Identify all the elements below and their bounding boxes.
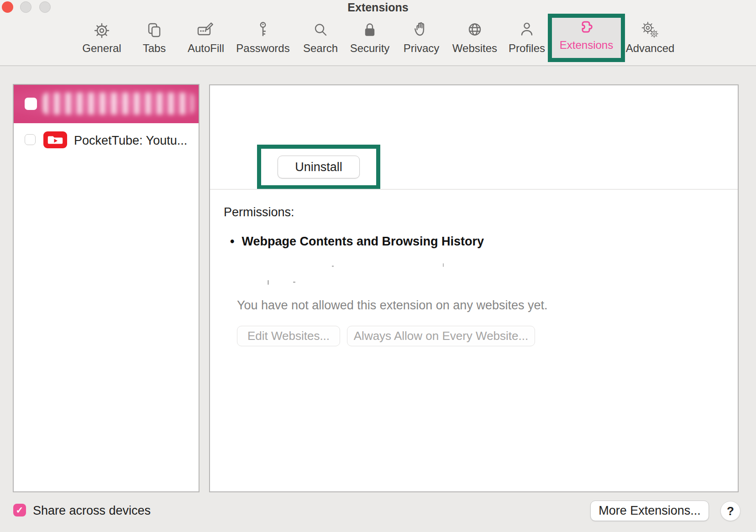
tab-label: General (72, 42, 131, 54)
tab-label: Security (340, 42, 399, 54)
edit-websites-button[interactable]: Edit Websites... (237, 326, 340, 346)
websites-allow-status: You have not allowed this extension on a… (237, 298, 547, 313)
uninstall-annotation-box: Uninstall (257, 145, 380, 189)
person-icon (517, 20, 537, 40)
safari-preferences-window: Extensions General Tabs AutoFill (0, 0, 756, 532)
tab-label: Extensions (552, 39, 621, 51)
redaction-artifact (443, 263, 444, 267)
tab-advanced[interactable]: Advanced (620, 20, 680, 54)
tab-label: Passwords (233, 42, 293, 54)
extensions-tab-annotation-box: Extensions (548, 14, 625, 62)
tab-label: Websites (445, 42, 504, 54)
tab-label: Advanced (620, 42, 680, 54)
tab-label: Tabs (125, 42, 184, 54)
tab-passwords[interactable]: Passwords (233, 20, 293, 54)
redaction-artifact (293, 282, 295, 283)
bullet: • (230, 234, 234, 249)
tab-general[interactable]: General (72, 20, 131, 54)
uninstall-button[interactable]: Uninstall (278, 156, 360, 178)
gear-icon (92, 20, 112, 40)
extension-enable-checkbox[interactable] (25, 134, 36, 145)
lock-icon (360, 20, 380, 40)
redaction-artifact (268, 280, 269, 285)
share-across-devices-label: Share across devices (33, 504, 151, 517)
redaction-artifact (332, 266, 334, 267)
list-item-label: PocketTube: Youtu... (74, 127, 187, 154)
tab-privacy[interactable]: Privacy (392, 20, 451, 54)
pockettube-icon (43, 131, 67, 148)
help-button[interactable]: ? (720, 501, 740, 521)
puzzle-icon (577, 18, 597, 38)
extensions-list-panel: PocketTube: Youtu... (13, 84, 200, 492)
key-icon (253, 20, 273, 40)
two-gears-icon (640, 20, 660, 40)
tab-autofill[interactable]: AutoFill (176, 20, 236, 54)
redacted-extension-name (43, 93, 194, 115)
tab-label: AutoFill (176, 42, 236, 54)
tab-label: Privacy (392, 42, 451, 54)
section-divider (210, 189, 738, 190)
more-extensions-button[interactable]: More Extensions... (590, 501, 709, 521)
search-icon (310, 20, 331, 40)
list-item-selected-redacted[interactable] (14, 85, 199, 123)
globe-icon (465, 20, 485, 40)
permission-text: Webpage Contents and Browsing History (242, 235, 484, 248)
permission-item: •Webpage Contents and Browsing History (230, 234, 484, 249)
always-allow-button[interactable]: Always Allow on Every Website... (347, 326, 535, 346)
tab-extensions[interactable]: Extensions (552, 18, 621, 51)
tab-security[interactable]: Security (340, 20, 399, 54)
window-title: Extensions (0, 0, 756, 14)
list-item-pockettube[interactable]: PocketTube: Youtu... (14, 123, 199, 158)
extension-detail-panel: Uninstall Permissions: •Webpage Contents… (209, 84, 739, 492)
hand-icon (411, 20, 431, 40)
titlebar-toolbar-band: Extensions General Tabs AutoFill (0, 0, 756, 66)
permissions-heading: Permissions: (224, 205, 294, 219)
tab-websites[interactable]: Websites (445, 20, 504, 54)
tab-tabs[interactable]: Tabs (125, 20, 184, 54)
autofill-icon (196, 20, 216, 40)
extension-enable-checkbox[interactable] (25, 98, 37, 110)
tabs-icon (144, 20, 164, 40)
share-across-devices-checkbox[interactable]: ✓ (13, 504, 26, 516)
